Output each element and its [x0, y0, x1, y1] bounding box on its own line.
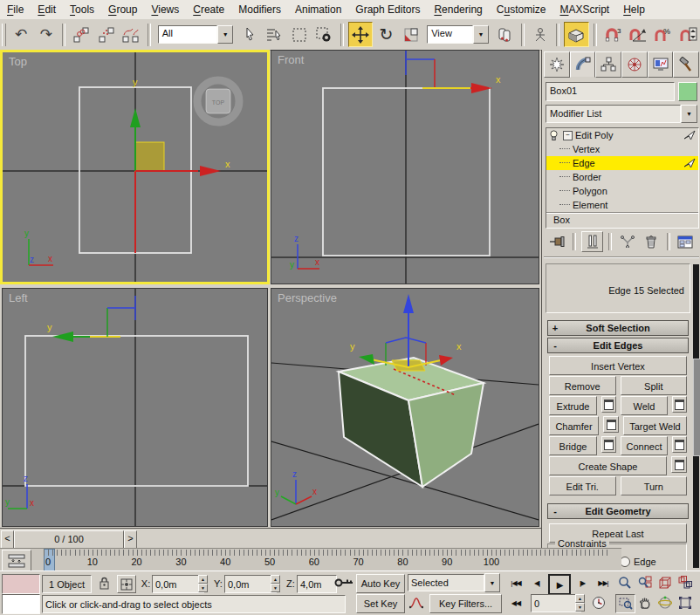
- maxscript-listener-pink[interactable]: [2, 574, 40, 594]
- pan-view-button[interactable]: [635, 594, 654, 612]
- next-frame-arrow[interactable]: >: [124, 530, 137, 550]
- menu-maxscript[interactable]: MAXScript: [553, 2, 617, 17]
- dropdown-arrow-icon[interactable]: ▼: [473, 25, 489, 44]
- panel-scrollbar[interactable]: [693, 264, 699, 568]
- menu-group[interactable]: Group: [101, 2, 144, 17]
- zoom-all-button[interactable]: [635, 574, 654, 591]
- key-filters-button[interactable]: Key Filters...: [429, 594, 502, 613]
- unlink-selection-button[interactable]: [95, 23, 119, 46]
- toolbar-grip[interactable]: [2, 24, 6, 46]
- open-mini-curve-editor-button[interactable]: [2, 550, 31, 571]
- viewcube[interactable]: TOP: [197, 80, 239, 122]
- bridge-button[interactable]: Bridge: [549, 436, 597, 455]
- menu-help[interactable]: Help: [616, 2, 652, 17]
- menu-graph-editors[interactable]: Graph Editors: [348, 2, 427, 17]
- zoom-button[interactable]: [615, 574, 634, 591]
- reference-coordinate-dropdown[interactable]: View ▼: [427, 25, 489, 44]
- split-button[interactable]: Split: [621, 376, 688, 395]
- select-and-scale-button[interactable]: [400, 23, 423, 46]
- key-mode-toggle-button[interactable]: ◀◀: [506, 594, 525, 612]
- tab-motion[interactable]: [621, 51, 648, 78]
- rollout-soft-selection[interactable]: + Soft Selection: [547, 320, 689, 336]
- stack-subobject-element[interactable]: Element: [546, 198, 698, 212]
- modifier-list-dropdown[interactable]: Modifier List ▼: [546, 105, 697, 123]
- rectangular-selection-region-button[interactable]: [287, 23, 311, 46]
- move-gizmo-left[interactable]: y: [47, 296, 135, 342]
- bind-to-space-warp-button[interactable]: [120, 23, 143, 46]
- timeline-ruler[interactable]: 0102030405060708090100: [31, 549, 621, 571]
- spinner-up-icon[interactable]: ▲: [271, 575, 280, 584]
- viewport-perspective[interactable]: Perspective: [271, 289, 539, 526]
- set-keys-key-icon[interactable]: [333, 573, 354, 592]
- zoom-extents-all-button[interactable]: [676, 574, 694, 591]
- selection-filter-dropdown[interactable]: All ▼: [158, 25, 234, 44]
- weld-button[interactable]: Weld: [621, 396, 667, 415]
- bridge-settings-button[interactable]: [601, 436, 616, 453]
- current-frame-field[interactable]: 0: [531, 594, 581, 612]
- frame-spinner[interactable]: ▲▼: [575, 594, 585, 612]
- chamfer-button[interactable]: Chamfer: [549, 416, 599, 435]
- percent-snap-button[interactable]: %: [651, 23, 675, 46]
- tab-create[interactable]: [544, 51, 570, 78]
- spinner-up-icon[interactable]: ▲: [198, 575, 208, 584]
- rollout-edit-geometry[interactable]: - Edit Geometry: [547, 503, 689, 519]
- viewport-front[interactable]: Front x z x y: [271, 51, 539, 284]
- menu-animation[interactable]: Animation: [288, 2, 348, 17]
- remove-modifier-button[interactable]: [642, 232, 662, 251]
- create-shape-settings-button[interactable]: [671, 456, 687, 473]
- box-wireframe-left[interactable]: [25, 336, 248, 486]
- move-gizmo-front[interactable]: x: [406, 51, 501, 93]
- stack-subobject-polygon[interactable]: Polygon: [546, 184, 698, 198]
- menu-customize[interactable]: Customize: [490, 2, 553, 17]
- make-unique-button[interactable]: [617, 232, 637, 251]
- angle-snap-button[interactable]: [626, 23, 649, 46]
- menu-tools[interactable]: Tools: [63, 2, 101, 17]
- pin-stack-button[interactable]: [547, 232, 567, 251]
- object-color-swatch[interactable]: [678, 82, 697, 101]
- stack-item-box[interactable]: Box: [546, 212, 698, 227]
- edit-tri-button[interactable]: Edit Tri.: [549, 476, 616, 495]
- modifier-stack[interactable]: −Edit PolyVertexEdgeBorderPolygonElement…: [546, 127, 699, 229]
- menu-views[interactable]: Views: [144, 2, 186, 17]
- time-configuration-button[interactable]: [590, 594, 607, 612]
- constraint-edge-radio[interactable]: Edge: [620, 557, 656, 567]
- arc-rotate-button[interactable]: [655, 594, 674, 612]
- next-frame-button[interactable]: |▶: [573, 574, 592, 591]
- y-spinner[interactable]: ▲▼: [271, 575, 280, 592]
- play-button[interactable]: ▶: [548, 574, 571, 595]
- spinner-down-icon[interactable]: ▼: [198, 584, 208, 592]
- dropdown-arrow-icon[interactable]: ▼: [217, 25, 233, 44]
- select-by-name-button[interactable]: [263, 23, 286, 46]
- x-coord-field[interactable]: 0,0m: [152, 575, 204, 593]
- select-and-link-button[interactable]: [70, 23, 93, 46]
- tab-display[interactable]: [648, 51, 674, 78]
- stack-item-edit-poly[interactable]: −Edit Poly: [546, 128, 698, 142]
- configure-modifier-sets-button[interactable]: [676, 232, 696, 251]
- previous-frame-arrow[interactable]: <: [1, 530, 14, 550]
- create-shape-button[interactable]: Create Shape: [549, 456, 667, 475]
- menu-edit[interactable]: Edit: [31, 2, 63, 17]
- extrude-settings-button[interactable]: [601, 396, 616, 413]
- y-coord-field[interactable]: 0,0m: [224, 575, 277, 593]
- extrude-button[interactable]: Extrude: [549, 396, 597, 415]
- key-mode-filter-dropdown[interactable]: Selected ▼: [408, 574, 500, 591]
- menu-rendering[interactable]: Rendering: [427, 2, 489, 17]
- dropdown-arrow-icon[interactable]: ▼: [681, 105, 697, 123]
- selection-lock-toggle[interactable]: [96, 575, 112, 591]
- spinner-down-icon[interactable]: ▼: [271, 584, 280, 592]
- undo-button[interactable]: ↶: [10, 23, 33, 46]
- menu-file[interactable]: File: [0, 2, 31, 17]
- menu-modifiers[interactable]: Modifiers: [231, 2, 288, 17]
- maximize-viewport-toggle-button[interactable]: [676, 594, 694, 612]
- x-spinner[interactable]: ▲▼: [198, 575, 208, 592]
- go-to-end-button[interactable]: ▶▶|: [594, 574, 613, 591]
- target-weld-button[interactable]: Target Weld: [623, 416, 687, 435]
- zoom-extents-button[interactable]: [655, 574, 674, 591]
- zoom-region-button[interactable]: [615, 594, 635, 613]
- weld-settings-button[interactable]: [672, 396, 687, 413]
- z-coord-field[interactable]: 4,0m: [297, 575, 337, 593]
- spinner-up-icon[interactable]: ▲: [575, 594, 585, 603]
- use-pivot-point-center-button[interactable]: [493, 23, 517, 46]
- spinner-snap-button[interactable]: [676, 23, 699, 46]
- maxscript-listener-white[interactable]: [2, 594, 40, 614]
